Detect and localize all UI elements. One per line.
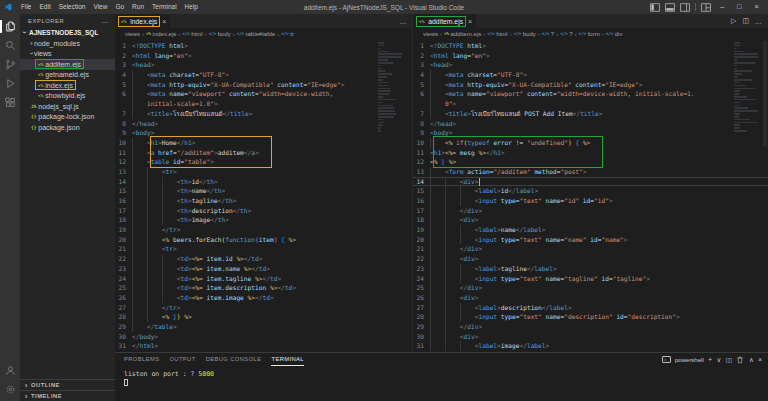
file-tree-item-additem.ejs[interactable]: <%additem.ejs	[20, 59, 115, 70]
code-line[interactable]: 2<html lang="en">	[413, 51, 768, 61]
breadcrumb-item-form[interactable]: </>form	[579, 31, 600, 37]
code-line[interactable]: 27<label>description</label>	[413, 303, 768, 313]
breadcrumb-item-?[interactable]: </>?	[542, 31, 554, 37]
shell-name[interactable]: powershell	[675, 357, 704, 363]
code-line[interactable]: 16<input type="text" name="id" id="id">	[413, 196, 768, 206]
code-line[interactable]: 24<input type="text" name="tagline" id="…	[413, 274, 768, 284]
explorer-root-folder[interactable]: › AJNESTNODEJS_SQL	[20, 27, 115, 38]
minimap[interactable]	[734, 42, 760, 133]
code-line[interactable]: 4<meta charset="UTF-8">	[115, 70, 412, 80]
code-line[interactable]: 16<th>tagline</th>	[115, 196, 412, 206]
breadcrumb-item-html[interactable]: </>html	[487, 31, 507, 37]
code-line[interactable]: 11<h1><%= mesg %></h1>	[413, 148, 768, 158]
code-line[interactable]: 19</tr>	[115, 225, 412, 235]
code-line[interactable]: 2<html lang="en">	[115, 51, 412, 61]
search-icon[interactable]	[0, 36, 20, 55]
breadcrumb-item-div[interactable]: </>div	[606, 31, 623, 37]
code-line[interactable]: 3<head>	[413, 60, 768, 70]
code-line[interactable]: 21<tr>	[115, 244, 412, 254]
code-line[interactable]: 26<td><%= item.image %></td>	[115, 293, 412, 303]
code-line[interactable]: 30<div>	[413, 332, 768, 342]
explorer-more-actions-icon[interactable]: …	[101, 17, 109, 24]
breadcrumb-item-body[interactable]: </>body	[514, 31, 536, 37]
customize-layout-icon[interactable]	[701, 3, 711, 12]
code-line[interactable]: 1<!DOCTYPE html>	[413, 41, 768, 51]
menu-view[interactable]: View	[89, 0, 111, 14]
restore-button[interactable]: □	[733, 0, 746, 14]
code-line[interactable]: 27</tr>	[115, 303, 412, 313]
code-line[interactable]: 3<head>	[115, 60, 412, 70]
code-line[interactable]: 19<label>name</label>	[413, 225, 768, 235]
code-line[interactable]: 0">	[413, 99, 768, 109]
account-icon[interactable]	[0, 361, 20, 380]
code-line[interactable]: 14<th>id</th>	[115, 177, 412, 187]
code-line[interactable]: 12<% } %>	[413, 157, 768, 167]
more-actions-icon[interactable]: …	[399, 18, 406, 25]
toggle-secondary-sidebar-icon[interactable]	[680, 3, 690, 12]
split-editor-icon[interactable]: ◫	[742, 17, 749, 25]
code-line[interactable]: 1<!DOCTYPE html>	[115, 41, 412, 51]
minimap[interactable]	[378, 42, 404, 133]
menu-terminal[interactable]: Terminal	[148, 0, 181, 14]
code-line[interactable]: 31<label>image</label>	[413, 341, 768, 351]
code-line[interactable]: 13<form action="/additem" method="post">	[413, 167, 768, 177]
code-line[interactable]: 28<% }) %>	[115, 312, 412, 322]
code-line[interactable]: 14<div>	[413, 177, 768, 187]
code-line[interactable]: 26<div>	[413, 293, 768, 303]
breadcrumb-item-?[interactable]: </>?	[560, 31, 572, 37]
breadcrumb-item-index.ejs[interactable]: <%index.ejs	[146, 31, 176, 37]
code-line[interactable]: 29</table>	[115, 322, 412, 332]
minimize-button[interactable]: –	[716, 0, 728, 14]
code-line[interactable]: 6<meta name="viewport" content="width=de…	[413, 89, 768, 99]
code-line[interactable]: 5<meta http-equiv="X-UA-Compatible" cont…	[115, 80, 412, 90]
file-tree-item-package-lock.json[interactable]: {}package-lock.json	[20, 112, 115, 123]
breadcrumb-item-body[interactable]: </>body	[209, 31, 231, 37]
code-line[interactable]: 24<td><%= item.tagline %></td>	[115, 274, 412, 284]
split-terminal-icon[interactable]: ◫	[726, 356, 732, 364]
more-actions-icon[interactable]: …	[755, 18, 762, 25]
code-line[interactable]: 11<a href="/additem">additem</a>	[115, 148, 412, 158]
code-line[interactable]: 10<% if(typeof error != "undefined") { %…	[413, 138, 768, 148]
tab-close-icon[interactable]: ×	[162, 18, 166, 25]
scrollbar[interactable]	[763, 41, 767, 146]
code-line[interactable]: 4<meta charset="UTF-8">	[413, 70, 768, 80]
code-line[interactable]: 15<th>name</th>	[115, 186, 412, 196]
breadcrumb-item-views[interactable]: views	[423, 31, 438, 37]
panel-tab-debug-console[interactable]: DEBUG CONSOLE	[206, 353, 262, 366]
code-line[interactable]: 25<td><%= item.description %></td>	[115, 283, 412, 293]
code-line[interactable]: 21</div>	[413, 244, 768, 254]
code-line[interactable]: 20<input type="text" name="name" id="nam…	[413, 235, 768, 245]
terminal-output[interactable]: listen on port : ? 5000	[115, 366, 768, 389]
panel-tab-terminal[interactable]: TERMINAL	[271, 353, 304, 366]
menu-run[interactable]: Run	[128, 0, 148, 14]
file-tree-item-views[interactable]: ›views	[20, 49, 115, 60]
file-tree-item-node_modules[interactable]: ›node_modules	[20, 38, 115, 49]
kill-terminal-icon[interactable]	[736, 356, 744, 364]
breadcrumb-item-views[interactable]: views	[125, 31, 140, 37]
code-line[interactable]: 17</div>	[413, 206, 768, 216]
file-tree-item-package.json[interactable]: {}package.json	[20, 122, 115, 133]
file-tree-item-showbyid.ejs[interactable]: <%showbyid.ejs	[20, 91, 115, 102]
code-line[interactable]: 15<label>id</label>	[413, 186, 768, 196]
code-editor-index-ejs[interactable]: 1<!DOCTYPE html>2<html lang="en">3<head>…	[115, 39, 412, 352]
extensions-icon[interactable]	[0, 93, 20, 112]
maximize-panel-icon[interactable]: ∧	[749, 356, 754, 364]
code-line[interactable]: 20<% beers.forEach(function(item) { %>	[115, 235, 412, 245]
menu-edit[interactable]: Edit	[35, 0, 54, 14]
file-tree-item-getnameid.ejs[interactable]: <%getnameid.ejs	[20, 70, 115, 81]
tab-index-ejs[interactable]: <% index.ejs ×	[115, 14, 170, 28]
code-line[interactable]: 18<div>	[413, 215, 768, 225]
explorer-icon[interactable]	[0, 17, 20, 36]
code-line[interactable]: 23<label>tagline</label>	[413, 264, 768, 274]
breadcrumb-item-table#table[interactable]: </>table#table	[237, 31, 275, 37]
code-line[interactable]: 30</body>	[115, 332, 412, 342]
code-line[interactable]: 25</div>	[413, 283, 768, 293]
file-tree-item-index.ejs[interactable]: <%index.ejs	[20, 80, 115, 91]
breadcrumb-item-additem.ejs[interactable]: <%additem.ejs	[444, 31, 481, 37]
code-line[interactable]: 22<td><%= item.id %></td>	[115, 254, 412, 264]
breadcrumb-item-tr[interactable]: </>tr	[281, 31, 294, 37]
toggle-panel-icon[interactable]	[665, 3, 675, 12]
toggle-sidebar-icon[interactable]	[650, 3, 660, 12]
menu-help[interactable]: Help	[181, 0, 202, 14]
outline-section[interactable]: › OUTLINE	[20, 379, 115, 390]
